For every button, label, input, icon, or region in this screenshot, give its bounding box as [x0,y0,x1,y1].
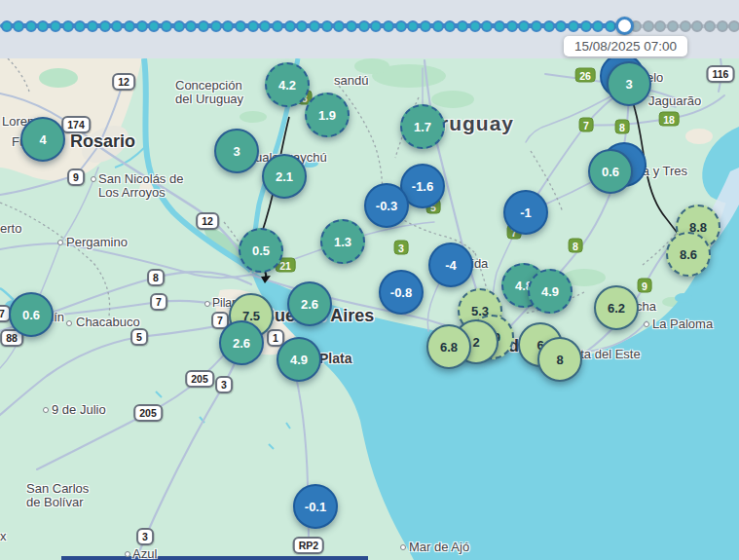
timeline-dot[interactable] [309,20,320,32]
map-marker[interactable]: 1.3 [320,219,365,264]
timeline-dot[interactable] [136,20,148,32]
timeline-dot[interactable] [494,20,505,32]
timeline-dot[interactable] [198,20,209,32]
timeline-dot[interactable] [321,20,333,32]
timeline-dot[interactable] [1,20,13,32]
town-dot [66,320,72,326]
map-marker[interactable]: 4 [20,117,65,162]
timeline-dot[interactable] [284,20,296,32]
timeline-dot[interactable] [161,20,172,32]
timeline-dot[interactable] [518,20,530,32]
timeline-dot[interactable] [210,20,222,32]
timeline-dot[interactable] [358,20,370,32]
timeline-dot[interactable] [333,20,345,32]
map-edge-road [61,556,368,560]
timeline-dot[interactable] [111,20,123,32]
map-canvas[interactable]: LorenFunRosarioSan Nicolás deLos Arroyos… [0,58,739,560]
route-badge: 3 [394,241,409,255]
timeline-dot[interactable] [62,20,74,32]
timeline-dot[interactable] [346,20,357,32]
map-marker[interactable]: -0.1 [293,484,338,529]
route-badge: 9 [638,279,652,293]
timeline-dot-upcoming[interactable] [667,20,679,32]
timeline-dot[interactable] [407,20,419,32]
map-marker[interactable]: 0.6 [9,292,54,337]
map-label: Chacabuco [76,316,140,329]
timeline-dot[interactable] [25,20,37,32]
map-marker[interactable]: 0.6 [588,149,633,194]
map-marker[interactable]: 4.9 [528,269,573,314]
map-marker[interactable]: 1.7 [400,104,445,149]
timeline-dot[interactable] [50,20,61,32]
map-marker[interactable]: -0.3 [364,183,409,228]
timeline-dot[interactable] [469,20,481,32]
timeline-dot[interactable] [370,20,382,32]
map-marker[interactable]: 6.2 [594,285,639,330]
timeline-dot-upcoming[interactable] [643,20,654,32]
timeline-dot[interactable] [444,20,456,32]
map-marker[interactable]: 8.6 [666,232,711,277]
map-marker[interactable]: 6.8 [426,324,471,369]
map-marker[interactable]: -4 [428,243,473,287]
town-dot [43,407,49,413]
timeline-dot-upcoming[interactable] [654,20,666,32]
map-marker[interactable]: 2.6 [287,281,332,326]
timeline-dot[interactable] [432,20,444,32]
timeline-dot[interactable] [481,20,493,32]
timeline-dot[interactable] [87,20,98,32]
weather-map-app: 15/08/2025 07:00 [0,0,739,560]
timeline-dot[interactable] [383,20,394,32]
map-marker[interactable]: 3 [607,61,651,106]
map-marker[interactable]: 4.2 [265,62,310,107]
map-label: Jaguarão [648,94,701,108]
timeline-dot[interactable] [592,20,604,32]
timeline-dot-upcoming[interactable] [680,20,691,32]
map-marker[interactable]: 0.5 [239,228,283,273]
timeline-dot[interactable] [124,20,135,32]
timeline-dot[interactable] [457,20,468,32]
timeline-dot-upcoming[interactable] [717,20,728,32]
timeline-dot[interactable] [580,20,592,32]
map-label: Azul [132,547,157,560]
timeline-dot[interactable] [420,20,431,32]
map-marker[interactable]: 8 [537,337,582,382]
map-marker[interactable]: 4.9 [277,337,321,382]
timeline-dot[interactable] [506,20,518,32]
route-badge: 18 [659,112,680,127]
timeline-dot[interactable] [259,20,271,32]
timeline-dot[interactable] [568,20,579,32]
road-shield: 12 [196,212,219,230]
timeline-dot-upcoming[interactable] [691,20,703,32]
map-marker[interactable]: 2.6 [219,320,264,365]
timeline-dot[interactable] [13,20,24,32]
timeline-dot[interactable] [37,20,49,32]
map-marker[interactable]: -0.8 [379,270,424,315]
timeline-dot[interactable] [185,20,197,32]
timeline-dot[interactable] [296,20,308,32]
timeline-dot[interactable] [555,20,567,32]
map-marker[interactable]: 3 [214,129,259,173]
timeline-slider[interactable]: 15/08/2025 07:00 [0,0,739,58]
timeline-dot-upcoming[interactable] [728,20,739,32]
town-dot [644,321,649,327]
timeline-dot[interactable] [247,20,259,32]
timeline-dot[interactable] [543,20,555,32]
timeline-dot[interactable] [74,20,86,32]
timeline-dot[interactable] [531,20,542,32]
map-marker[interactable]: 2.1 [262,154,307,199]
town-dot [91,176,96,182]
timeline-handle[interactable] [615,17,634,35]
timeline-dot[interactable] [235,20,246,32]
timeline-dot[interactable] [173,20,185,32]
timeline-dot-upcoming[interactable] [704,20,716,32]
route-badge: 8 [615,120,630,134]
timeline-dot[interactable] [222,20,234,32]
timeline-dot[interactable] [148,20,160,32]
map-label: San Nicolás de [98,172,183,186]
timeline-dot[interactable] [272,20,283,32]
timeline-dot[interactable] [395,20,407,32]
timeline-dot[interactable] [99,20,111,32]
map-marker[interactable]: -1 [503,190,548,235]
map-marker[interactable]: 1.9 [305,93,350,137]
road-shield: 3 [136,528,154,545]
